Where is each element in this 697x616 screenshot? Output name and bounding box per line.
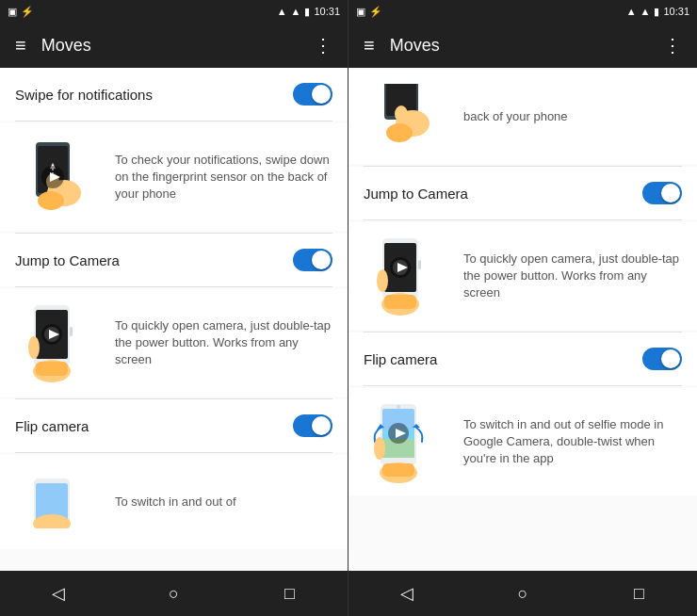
flip-camera-label: Flip camera	[15, 418, 89, 434]
status-icons-left: ▣ ⚡	[8, 6, 34, 18]
menu-button-right[interactable]: ≡	[364, 35, 375, 57]
camera-illustration-left	[15, 300, 100, 385]
home-button-left[interactable]: ○	[160, 579, 188, 608]
flip-svg-left	[15, 477, 100, 528]
time-left: 10:31	[314, 6, 340, 17]
divider-r2	[364, 219, 682, 220]
swipe-illustration	[15, 135, 100, 219]
wifi-icon-left: ▲	[277, 6, 287, 17]
swipe-notifications-row[interactable]: Swipe for notifications	[0, 68, 348, 121]
flip-svg-right	[364, 399, 448, 484]
usb-icon-right: ⚡	[369, 6, 382, 18]
svg-point-15	[28, 336, 40, 359]
more-button-right[interactable]: ⋮	[663, 34, 682, 57]
svg-rect-29	[418, 260, 421, 269]
jump-camera-row-right[interactable]: Jump to Camera	[348, 167, 697, 219]
back-button-right[interactable]: ◁	[393, 579, 421, 608]
status-right-right: ▲ ▲ ▮ 10:31	[626, 6, 689, 18]
camera-demo-card-left[interactable]: To quickly open camera, just double-tap …	[0, 289, 348, 397]
flip-demo-text-right: To switch in and out of selfie mode in G…	[463, 416, 682, 468]
nav-bar-left: ◁ ○ □	[0, 571, 348, 616]
divider-r4	[364, 385, 682, 386]
recents-button-left[interactable]: □	[276, 579, 304, 608]
status-right-left: ▲ ▲ ▮ 10:31	[277, 6, 340, 18]
divider-1	[15, 121, 332, 122]
flip-illustration-right	[364, 399, 448, 484]
flip-camera-row[interactable]: Flip camera	[0, 399, 348, 452]
back-button-left[interactable]: ◁	[44, 579, 73, 608]
recents-button-right[interactable]: □	[624, 579, 653, 608]
svg-rect-14	[36, 362, 68, 376]
notification-icon-right: ▣	[356, 6, 365, 18]
notification-icon: ▣	[8, 6, 17, 18]
partial-top-svg	[364, 84, 448, 150]
app-title-right: Moves	[390, 36, 648, 56]
right-screen: ▣ ⚡ ▲ ▲ ▮ 10:31 ≡ Moves ⋮	[348, 0, 697, 616]
divider-3	[15, 286, 332, 287]
jump-camera-label-right: Jump to Camera	[364, 186, 468, 202]
partial-swipe-illus	[364, 74, 448, 159]
content-right: back of your phone Jump to Camera	[348, 68, 697, 571]
signal-icon-left: ▲	[291, 6, 301, 17]
signal-icon-right: ▲	[640, 6, 651, 17]
status-bar-left: ▣ ⚡ ▲ ▲ ▮ 10:31	[0, 0, 348, 23]
flip-illustration-left-partial	[15, 460, 100, 544]
camera-illustration-right	[364, 234, 448, 318]
camera-demo-text-left: To quickly open camera, just double-tap …	[115, 317, 332, 369]
jump-camera-toggle[interactable]	[293, 249, 332, 271]
svg-rect-12	[70, 327, 73, 336]
status-bar-right: ▣ ⚡ ▲ ▲ ▮ 10:31	[348, 0, 697, 23]
menu-button-left[interactable]: ≡	[15, 35, 26, 57]
partial-top-card: back of your phone	[348, 70, 697, 164]
swipe-notifications-toggle[interactable]	[293, 83, 332, 105]
camera-svg-right	[364, 234, 448, 318]
divider-5	[15, 452, 332, 453]
left-screen: ▣ ⚡ ▲ ▲ ▮ 10:31 ≡ Moves ⋮ Swipe for noti…	[0, 0, 348, 616]
app-bar-right: ≡ Moves ⋮	[348, 23, 697, 68]
home-button-right[interactable]: ○	[509, 579, 537, 608]
flip-camera-toggle-right[interactable]	[642, 348, 682, 370]
svg-point-39	[397, 405, 400, 409]
swipe-notifications-label: Swipe for notifications	[15, 87, 153, 103]
battery-icon-left: ▮	[304, 6, 310, 18]
flip-camera-label-right: Flip camera	[364, 351, 437, 367]
flip-demo-text-left: To switch in and out of	[115, 494, 332, 511]
svg-point-4	[38, 191, 64, 210]
status-icons-right: ▣ ⚡	[356, 6, 382, 18]
battery-icon-right: ▮	[654, 6, 659, 18]
camera-svg-left	[15, 300, 100, 385]
svg-point-44	[374, 437, 385, 460]
jump-camera-label: Jump to Camera	[15, 252, 120, 268]
flip-camera-toggle[interactable]	[293, 414, 332, 437]
svg-point-32	[377, 269, 388, 292]
swipe-demo-text: To check your notifications, swipe down …	[115, 152, 332, 203]
content-left: Swipe for notifications	[0, 68, 348, 571]
partial-top-text: back of your phone	[463, 108, 682, 125]
app-title-left: Moves	[41, 36, 299, 56]
flip-camera-row-right[interactable]: Flip camera	[348, 332, 697, 385]
svg-rect-43	[382, 463, 414, 477]
flip-demo-card-partial[interactable]: To switch in and out of	[0, 455, 348, 549]
app-bar-left: ≡ Moves ⋮	[0, 23, 348, 68]
jump-camera-toggle-right[interactable]	[642, 182, 682, 204]
jump-camera-row[interactable]: Jump to Camera	[0, 234, 348, 286]
camera-demo-text-right: To quickly open camera, just double-tap …	[463, 251, 682, 302]
more-button-left[interactable]: ⋮	[314, 34, 332, 57]
wifi-icon-right: ▲	[626, 6, 637, 17]
svg-rect-31	[384, 295, 416, 309]
flip-demo-card-right[interactable]: To switch in and out of selfie mode in G…	[348, 388, 697, 495]
swipe-demo-card[interactable]: To check your notifications, swipe down …	[0, 123, 348, 231]
camera-demo-card-right[interactable]: To quickly open camera, just double-tap …	[348, 222, 697, 330]
time-right: 10:31	[663, 6, 689, 17]
usb-icon: ⚡	[21, 6, 34, 18]
nav-bar-right: ◁ ○ □	[348, 571, 697, 616]
swipe-svg	[15, 135, 100, 219]
svg-point-24	[386, 123, 413, 142]
svg-point-25	[395, 105, 408, 122]
